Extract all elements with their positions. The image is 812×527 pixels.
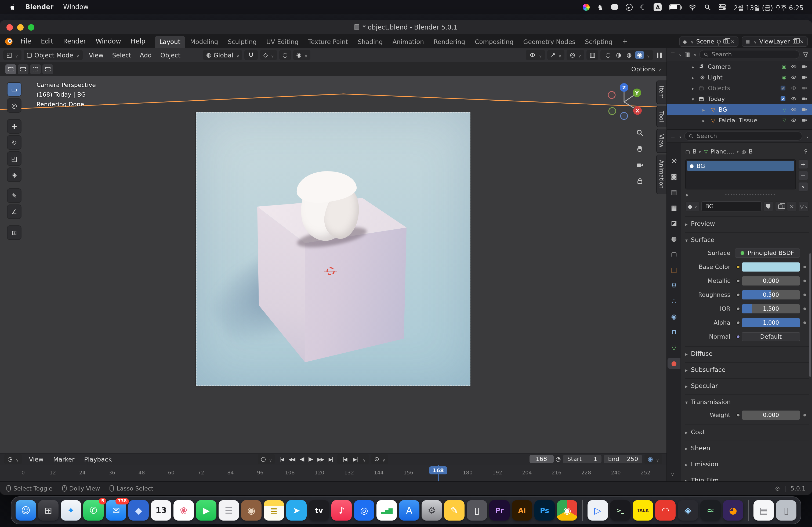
workspace-tab[interactable]: Geometry Nodes (519, 36, 580, 48)
topbar-menu-item[interactable]: Render (58, 36, 91, 46)
tabs-overflow-chevron[interactable]: ∨ (671, 472, 674, 477)
dock-app-white[interactable]: ☰ (219, 500, 239, 521)
dock-premiere[interactable]: Pr (489, 500, 510, 521)
alpha-slider[interactable]: 1.000 (742, 318, 800, 327)
viewport-menu-item[interactable]: Select (108, 50, 135, 60)
play-reverse-button[interactable]: ◀ (298, 455, 306, 463)
render-visibility-icon[interactable] (801, 85, 808, 91)
new-viewlayer-icon[interactable] (793, 39, 797, 44)
render-visibility-icon[interactable] (801, 106, 808, 113)
sidebar-tab[interactable]: Animation (656, 154, 666, 194)
chat-icon[interactable] (611, 4, 618, 10)
outliner-row-camera[interactable]: Camera ▣ (667, 61, 812, 72)
viewport-menu-item[interactable]: Add (135, 50, 156, 60)
zoom-button[interactable] (28, 24, 34, 30)
tab-collection[interactable]: ▢ (668, 249, 680, 260)
dock-music[interactable]: ♪ (331, 500, 352, 521)
hide-eye-icon[interactable] (791, 74, 797, 80)
outliner-row-today-collection[interactable]: Today (667, 93, 812, 104)
auto-keying-button[interactable]: ○ (258, 454, 275, 464)
collection-checkbox[interactable] (780, 95, 786, 102)
metallic-slider[interactable]: 0.000 (742, 276, 800, 285)
workspace-tab[interactable]: Texture Paint (303, 36, 353, 48)
tool-rotate[interactable]: ↻ (8, 136, 21, 149)
tab-particles[interactable]: ∴ (668, 296, 680, 306)
blender-logo-icon[interactable] (4, 37, 13, 46)
tab-material[interactable]: ● (668, 358, 680, 369)
snap-toggle[interactable] (245, 50, 258, 60)
expand-icon[interactable] (702, 117, 709, 124)
current-frame-field[interactable]: 168 (529, 455, 553, 463)
spotlight-icon[interactable] (704, 3, 711, 11)
outliner-search[interactable]: Search (699, 50, 800, 59)
dock-app-light[interactable]: ▷ (588, 500, 608, 521)
workspace-tab[interactable]: Compositing (470, 36, 518, 48)
shading-material-button[interactable]: ◍ (625, 51, 633, 59)
hide-eye-icon[interactable] (791, 63, 797, 70)
fake-user-button[interactable] (763, 201, 773, 211)
battery-icon[interactable] (669, 4, 681, 10)
properties-scrollbar[interactable] (809, 253, 811, 377)
dock-kakaotalk[interactable]: TALK (633, 500, 653, 521)
shader-subsection[interactable]: Diffuse (685, 346, 809, 358)
decorator[interactable] (800, 266, 809, 268)
tool-measure[interactable]: ∠ (8, 205, 21, 219)
dock-app-blue-round[interactable]: ◎ (354, 500, 374, 521)
xray-toggle[interactable]: ▥ (586, 50, 598, 60)
properties-editor-icon[interactable]: ≡ (670, 133, 675, 139)
camera-view-button[interactable] (636, 161, 644, 169)
pin-id-icon[interactable] (803, 149, 809, 154)
play-button[interactable]: ▶ (306, 455, 315, 463)
dock-app-skyblue[interactable]: ➤ (286, 500, 307, 521)
now-playing-icon[interactable]: ▶ (625, 3, 632, 11)
workspace-tab[interactable]: UV Editing (262, 36, 303, 48)
sync-mode-dropdown[interactable]: ◉ (645, 454, 662, 464)
dock-messenger-green[interactable]: ✆5 (83, 500, 104, 521)
shading-solid-button[interactable]: ◑ (614, 51, 623, 59)
hide-eye-icon[interactable] (791, 106, 797, 113)
tool-transform[interactable]: ◈ (8, 168, 21, 181)
roughness-slider[interactable]: 0.500 (742, 290, 800, 299)
viewport-canvas[interactable]: Camera Perspective (168) Today | BG Rend… (0, 76, 666, 453)
dock-app-store[interactable]: A (399, 500, 419, 521)
dock-safari[interactable]: ✦ (61, 500, 81, 521)
dock-app-blue[interactable]: ◆ (128, 500, 149, 521)
dock-trash[interactable]: ▯ (776, 500, 796, 521)
new-material-button[interactable] (775, 201, 785, 211)
tab-tool[interactable]: ⚒ (668, 156, 680, 166)
shading-rendered-button[interactable]: ◉ (636, 51, 644, 59)
keying-set-dropdown[interactable]: ⊙ (371, 454, 389, 464)
dock-mail[interactable]: ✉738 (106, 500, 126, 521)
minimize-button[interactable] (17, 24, 24, 30)
workspace-tab[interactable]: Shading (353, 36, 388, 48)
topbar-menu-item[interactable]: Edit (36, 36, 58, 46)
jump-to-end-button[interactable]: ▶| (327, 456, 335, 462)
collection-checkbox[interactable] (780, 85, 786, 91)
menubar-menu-window[interactable]: Window (63, 3, 89, 11)
dock-finder[interactable]: ☺ (16, 500, 36, 521)
step-back-button[interactable]: |◀ (340, 456, 349, 462)
tab-view-layer[interactable]: ▦ (668, 202, 680, 213)
render-visibility-icon[interactable] (801, 95, 808, 102)
apple-menu-icon[interactable] (9, 3, 16, 11)
dock-terminal[interactable]: >_ (610, 500, 630, 521)
dock-app-dark[interactable]: ◈ (678, 500, 698, 521)
shading-wireframe-button[interactable]: ○ (604, 51, 612, 59)
properties-search[interactable]: Search (684, 132, 802, 140)
expand-icon[interactable] (702, 106, 709, 113)
breadcrumb-mesh[interactable]: Plane.... (710, 148, 734, 155)
hide-eye-icon[interactable] (791, 95, 797, 102)
viewlayer-selector[interactable]: ≣ ViewLayer × (742, 36, 808, 46)
viewport-menu-item[interactable]: Object (156, 50, 185, 60)
ior-slider[interactable]: 1.500 (742, 304, 800, 313)
outliner-editor-icon[interactable]: ≣ (670, 51, 675, 58)
dock-app-red[interactable]: ◠ (655, 500, 676, 521)
unlink-material-button[interactable]: × (787, 201, 797, 211)
jump-to-start-button[interactable]: |◀ (277, 456, 286, 462)
zoom-button[interactable] (636, 129, 644, 137)
playhead-frame-badge[interactable]: 168 (429, 466, 447, 475)
tab-modifiers[interactable]: ⚙ (668, 280, 680, 291)
menubar-app-icon[interactable]: ♞ (597, 3, 603, 11)
dock-notes[interactable]: ≣ (264, 500, 284, 521)
dock-photos[interactable]: ❀ (173, 500, 194, 521)
